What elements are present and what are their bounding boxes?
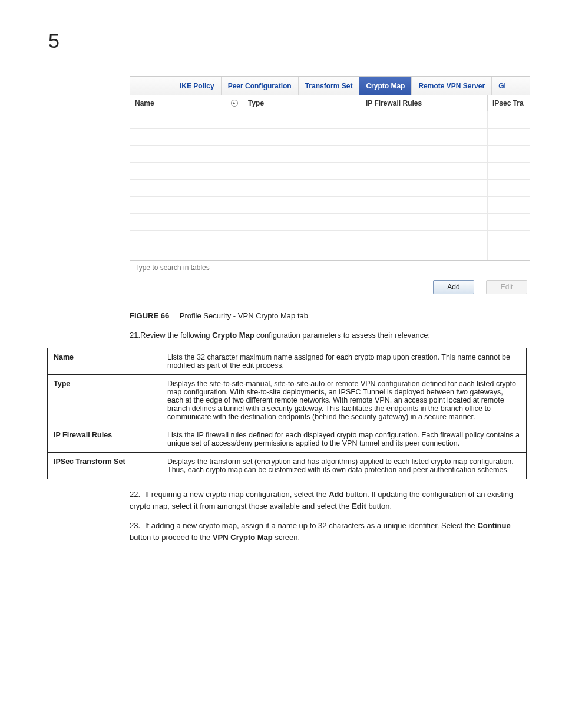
table-row[interactable] bbox=[130, 146, 530, 163]
column-header-name-label: Name bbox=[135, 99, 154, 107]
step-23-number: 23. bbox=[130, 520, 145, 532]
step-23-t1: If adding a new crypto map, assign it a … bbox=[145, 521, 477, 530]
param-type-label: Type bbox=[48, 375, 161, 426]
param-type-desc: Displays the site-to-site-manual, site-t… bbox=[161, 375, 527, 426]
tab-peer-configuration[interactable]: Peer Configuration bbox=[222, 77, 299, 95]
parameter-table: Name Lists the 32 character maximum name… bbox=[47, 348, 527, 479]
step-23: 23.If adding a new crypto map, assign it… bbox=[130, 520, 527, 543]
param-row-rules: IP Firewall Rules Lists the IP firewall … bbox=[48, 426, 527, 453]
tab-ike-policy[interactable]: IKE Policy bbox=[173, 77, 222, 95]
table-row[interactable] bbox=[130, 197, 530, 214]
column-header-ip-firewall-rules[interactable]: IP Firewall Rules bbox=[361, 95, 488, 111]
tab-crypto-map[interactable]: Crypto Map bbox=[359, 77, 412, 95]
table-row[interactable] bbox=[130, 129, 530, 146]
table-row[interactable] bbox=[130, 214, 530, 231]
step-22: 22.If requiring a new crypto map configu… bbox=[130, 489, 527, 512]
param-row-ipsec: IPSec Transform Set Displays the transfo… bbox=[48, 453, 527, 479]
step-22-number: 22. bbox=[130, 489, 145, 500]
figure-caption-text: Profile Security - VPN Crypto Map tab bbox=[180, 311, 308, 320]
column-header-ipsec-transform[interactable]: IPsec Tra bbox=[488, 95, 530, 111]
crypto-map-screenshot: IKE Policy Peer Configuration Transform … bbox=[130, 76, 530, 299]
tab-bar: IKE Policy Peer Configuration Transform … bbox=[130, 77, 530, 95]
figure-label: FIGURE 66 bbox=[130, 311, 169, 320]
column-header-type[interactable]: Type bbox=[243, 95, 361, 111]
step-23-t3: screen. bbox=[273, 533, 300, 542]
add-button[interactable]: Add bbox=[433, 280, 474, 294]
sort-ascending-icon[interactable] bbox=[231, 100, 238, 107]
tab-remote-vpn-server[interactable]: Remote VPN Server bbox=[412, 77, 492, 95]
step-22-b1: Add bbox=[329, 490, 343, 499]
step-23-t2: button to proceed to the bbox=[130, 533, 213, 542]
search-row bbox=[130, 260, 530, 275]
param-ipsec-label: IPSec Transform Set bbox=[48, 453, 161, 479]
tab-transform-set[interactable]: Transform Set bbox=[299, 77, 360, 95]
param-name-desc: Lists the 32 character maximum name assi… bbox=[161, 348, 527, 375]
grid-header: Name Type IP Firewall Rules IPsec Tra bbox=[130, 95, 530, 111]
param-rules-desc: Lists the IP firewall rules defined for … bbox=[161, 426, 527, 453]
param-ipsec-desc: Displays the transform set (encryption a… bbox=[161, 453, 527, 479]
table-row[interactable] bbox=[130, 248, 530, 260]
table-row[interactable] bbox=[130, 231, 530, 248]
param-row-name: Name Lists the 32 character maximum name… bbox=[48, 348, 527, 375]
table-row[interactable] bbox=[130, 111, 530, 129]
step-21-pre: Review the following bbox=[140, 331, 212, 340]
step-21-bold: Crypto Map bbox=[212, 331, 254, 340]
step-21: 21.Review the following Crypto Map confi… bbox=[130, 331, 527, 340]
figure-caption: FIGURE 66 Profile Security - VPN Crypto … bbox=[130, 311, 527, 320]
param-row-type: Type Displays the site-to-site-manual, s… bbox=[48, 375, 527, 426]
grid-body bbox=[130, 111, 530, 260]
param-rules-label: IP Firewall Rules bbox=[48, 426, 161, 453]
step-23-b2: VPN Crypto Map bbox=[213, 533, 273, 542]
param-name-label: Name bbox=[48, 348, 161, 375]
page-number: 5 bbox=[48, 29, 527, 52]
tab-global-truncated[interactable]: Gl bbox=[492, 77, 513, 95]
footer-button-bar: Add Edit bbox=[130, 275, 530, 299]
edit-button: Edit bbox=[486, 280, 527, 294]
column-header-name[interactable]: Name bbox=[130, 95, 243, 111]
step-22-t1: If requiring a new crypto map configurat… bbox=[145, 490, 329, 499]
step-21-post: configuration parameters to assess their… bbox=[254, 331, 430, 340]
step-22-t3: button. bbox=[366, 502, 392, 510]
step-23-b1: Continue bbox=[477, 521, 510, 530]
step-21-number: 21. bbox=[130, 331, 140, 340]
step-22-b2: Edit bbox=[352, 502, 366, 510]
table-search-input[interactable] bbox=[130, 261, 332, 275]
table-row[interactable] bbox=[130, 163, 530, 180]
table-row[interactable] bbox=[130, 180, 530, 197]
